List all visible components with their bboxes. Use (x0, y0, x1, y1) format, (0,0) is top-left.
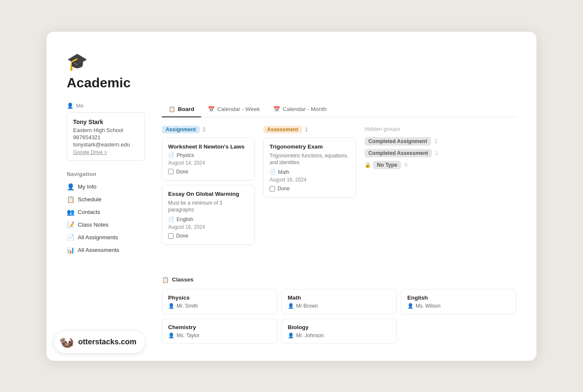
class-name-physics: Physics (168, 295, 271, 301)
class-teacher-biology: 👤 Mr. Johnson (288, 333, 390, 338)
assessment-badge: Assessment (263, 126, 302, 133)
completed-assessment-badge: Completed Assessment (365, 149, 432, 157)
doc-icon-1: 📄 (168, 152, 174, 158)
hidden-group-no-type[interactable]: 🔒 No Type 0 (365, 161, 516, 169)
calendar-month-tab-icon: 📅 (273, 106, 280, 112)
assessment-card-1-date: August 16, 2024 (270, 177, 350, 183)
hidden-group-completed-assignment[interactable]: Completed Assignment 2 (365, 137, 516, 146)
class-notes-icon: 📝 (67, 221, 74, 229)
card-2-date: August 16, 2024 (168, 224, 248, 230)
class-teacher-chemistry: 👤 Ms. Taylor (168, 333, 271, 338)
doc-icon-3: 📄 (270, 169, 276, 175)
card-2-checkbox[interactable] (168, 233, 174, 239)
class-teacher-math: 👤 Mr Brown (288, 303, 390, 309)
assessment-card-1-title: Trigonometry Exam (270, 143, 350, 150)
class-card-english[interactable]: English 👤 Ms. Wilson (401, 289, 516, 314)
lock-icon: 🔒 (365, 162, 371, 168)
completed-assignment-badge: Completed Assignment (365, 137, 431, 146)
tab-calendar-week[interactable]: 📅 Calendar - Week (201, 103, 267, 117)
watermark-label: otterstacks.com (78, 338, 136, 346)
hidden-group-completed-assessment[interactable]: Completed Assessment 1 (365, 149, 516, 157)
teacher-icon-math: 👤 (288, 303, 294, 309)
assessments-icon: 📊 (67, 246, 74, 254)
class-card-chemistry[interactable]: Chemistry 👤 Ms. Taylor (162, 319, 277, 344)
card-1-done[interactable]: Done (168, 169, 248, 175)
card-2-subject: 📄 English (168, 216, 248, 222)
no-type-badge: No Type (373, 161, 401, 169)
column-assessment: Assessment 1 Trigonometry Exam Trigonome… (263, 126, 356, 202)
nav-label-all-assessments: All Assessments (78, 247, 119, 253)
sidebar-item-all-assessments[interactable]: 📊 All Assessments (67, 244, 145, 257)
assignment-card-2[interactable]: Essay On Global Warming Must be a minimu… (162, 185, 255, 245)
class-name-math: Math (288, 295, 390, 301)
profile-phone: 987654321 (73, 134, 139, 141)
sidebar: 👤 Me Tony Stark Eastern High School 9876… (67, 103, 145, 344)
class-card-math[interactable]: Math 👤 Mr Brown (281, 289, 397, 314)
main-layout: 👤 Me Tony Stark Eastern High School 9876… (67, 103, 516, 344)
profile-email: tonystark@eastern.edu (73, 141, 139, 148)
assignment-badge: Assignment (162, 126, 200, 133)
nav-section-title: Navigation (67, 171, 145, 177)
assessment-count: 1 (305, 126, 308, 132)
card-1-done-label: Done (176, 169, 188, 175)
card-1-checkbox[interactable] (168, 169, 174, 174)
completed-assignment-count: 2 (434, 138, 437, 144)
assignment-card-1[interactable]: Worksheet II Newton's Laws 📄 Physics Aug… (162, 138, 255, 181)
assignment-count: 2 (203, 126, 206, 132)
main-content: 📋 Board 📅 Calendar - Week 📅 Calendar - M… (162, 103, 516, 344)
contacts-icon: 👥 (67, 208, 74, 216)
otter-icon: 🦦 (59, 335, 74, 349)
profile-name: Tony Stark (73, 119, 139, 125)
completed-assessment-count: 1 (435, 150, 438, 156)
assessment-card-1-subject: 📄 Math (270, 169, 350, 175)
hidden-groups-panel: Hidden groups Completed Assignment 2 Com… (365, 126, 516, 173)
class-card-biology[interactable]: Biology 👤 Mr. Johnson (281, 319, 397, 344)
app-logo-icon: 🎓 (67, 52, 516, 72)
profile-drive-link[interactable]: Google Drive > (73, 149, 139, 155)
watermark-bar: 🦦 otterstacks.com (54, 331, 145, 353)
nav-label-my-info: My Info (78, 184, 96, 190)
teacher-icon-chemistry: 👤 (168, 333, 174, 338)
app-title: Academic (67, 75, 516, 91)
app-window: 🎓 Academic 👤 Me Tony Stark Eastern High … (46, 32, 537, 361)
board-area: Assignment 2 Worksheet II Newton's Laws … (162, 126, 516, 265)
column-assignment: Assignment 2 Worksheet II Newton's Laws … (162, 126, 255, 249)
profile-school: Eastern High School (73, 127, 139, 133)
tabs-bar: 📋 Board 📅 Calendar - Week 📅 Calendar - M… (162, 103, 516, 117)
schedule-icon: 📋 (67, 196, 74, 203)
sidebar-item-schedule[interactable]: 📋 Schedule (67, 193, 145, 206)
sidebar-item-contacts[interactable]: 👥 Contacts (67, 206, 145, 219)
teacher-icon-biology: 👤 (288, 333, 294, 338)
me-icon: 👤 (67, 103, 74, 109)
tab-calendar-month[interactable]: 📅 Calendar - Month (267, 103, 333, 117)
assessment-card-1-desc: Trigonometric functions, equations, and … (270, 152, 350, 167)
class-name-english: English (407, 295, 510, 301)
assessment-card-1-checkbox[interactable] (270, 186, 275, 192)
class-teacher-english: 👤 Ms. Wilson (407, 303, 510, 309)
tab-board[interactable]: 📋 Board (162, 103, 201, 117)
doc-icon-2: 📄 (168, 216, 174, 222)
sidebar-item-class-notes[interactable]: 📝 Class Notes (67, 219, 145, 231)
assessment-card-1-done-label: Done (278, 186, 290, 192)
classes-grid: Physics 👤 Mr. Smith Math 👤 Mr Brown (162, 289, 516, 344)
card-2-desc: Must be a minimum of 3 paragraphs (168, 200, 248, 214)
sidebar-item-all-assignments[interactable]: 📄 All Assignments (67, 231, 145, 244)
column-assignment-header: Assignment 2 (162, 126, 255, 133)
class-name-chemistry: Chemistry (168, 324, 271, 330)
calendar-week-tab-icon: 📅 (208, 106, 215, 112)
card-1-title: Worksheet II Newton's Laws (168, 143, 248, 150)
assessment-card-1-done[interactable]: Done (270, 186, 350, 192)
card-1-date: August 14, 2024 (168, 160, 248, 166)
card-2-done-label: Done (176, 233, 188, 239)
card-2-done[interactable]: Done (168, 233, 248, 239)
assessment-card-1[interactable]: Trigonometry Exam Trigonometric function… (263, 138, 356, 198)
board-tab-icon: 📋 (169, 106, 175, 112)
tab-calendar-week-label: Calendar - Week (217, 106, 260, 112)
class-card-physics[interactable]: Physics 👤 Mr. Smith (162, 289, 277, 314)
class-name-biology: Biology (288, 324, 390, 330)
nav-label-class-notes: Class Notes (78, 222, 109, 228)
classes-title: Classes (172, 276, 193, 283)
sidebar-item-my-info[interactable]: 👤 My Info (67, 181, 145, 193)
card-2-title: Essay On Global Warming (168, 191, 248, 197)
assignments-icon: 📄 (67, 234, 74, 241)
